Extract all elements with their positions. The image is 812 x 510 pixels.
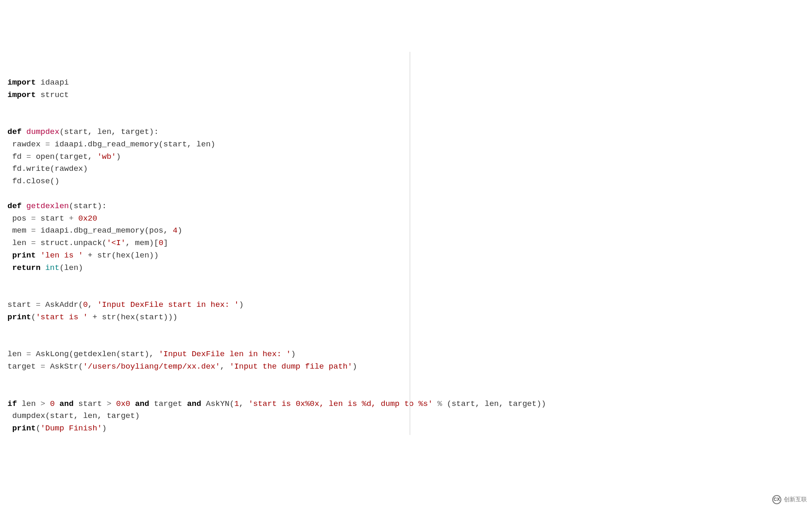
line-7: fd = open(target, 'wb')	[7, 152, 121, 161]
line-9: fd.close()	[7, 177, 59, 186]
line-20: print('start is ' + str(hex(start)))	[7, 313, 178, 322]
line-29: print('Dump Finish')	[7, 424, 106, 433]
watermark-badge-icon: CX	[772, 495, 781, 504]
line-24: target = AskStr('/users/boyliang/temp/xx…	[7, 362, 357, 371]
line-13: mem = idaapi.dbg_read_memory(pos, 4)	[7, 226, 182, 235]
vertical-guide-line	[410, 52, 410, 435]
line-11: def getdexlen(start):	[7, 202, 106, 211]
line-1: import idaapi	[7, 78, 69, 87]
line-19: start = AskAddr(0, 'Input DexFile start …	[7, 300, 244, 309]
watermark: CX 创新互联	[771, 493, 809, 507]
line-5: def dumpdex(start, len, target):	[7, 127, 159, 136]
line-23: len = AskLong(getdexlen(start), 'Input D…	[7, 350, 296, 359]
code-block: import idaapi import struct def dumpdex(…	[7, 52, 805, 435]
line-16: return int(len)	[7, 263, 83, 272]
watermark-text: 创新互联	[784, 493, 807, 506]
line-15: print 'len is ' + str(hex(len))	[7, 251, 159, 260]
line-12: pos = start + 0x20	[7, 214, 97, 223]
line-14: len = struct.unpack('<I', mem)[0]	[7, 238, 168, 248]
line-28: dumpdex(start, len, target)	[7, 411, 140, 420]
line-2: import struct	[7, 90, 69, 100]
line-6: rawdex = idaapi.dbg_read_memory(start, l…	[7, 140, 215, 149]
line-8: fd.write(rawdex)	[7, 164, 88, 173]
line-27: if len > 0 and start > 0x0 and target an…	[7, 399, 546, 408]
